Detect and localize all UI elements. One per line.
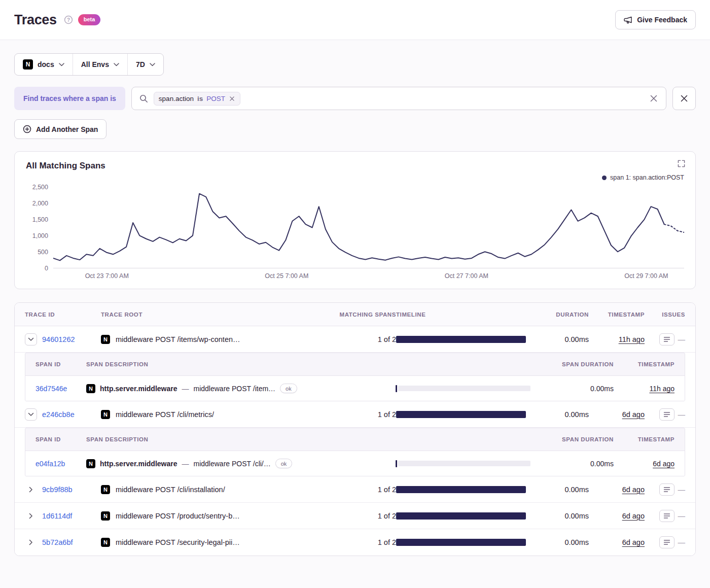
duration-value: 0.00ms <box>533 486 589 494</box>
trace-id-link[interactable]: e246cb8e <box>42 410 75 419</box>
search-filter-token[interactable]: span.action is POST <box>154 92 240 106</box>
issues-icon[interactable] <box>659 333 674 345</box>
project-logo-icon: N <box>101 485 110 494</box>
table-header-row: TRACE ID TRACE ROOT MATCHING SPANS TIMEL… <box>15 303 695 326</box>
sub-col-header-timestamp: TIMESTAMP <box>614 436 674 442</box>
project-logo-icon: N <box>23 59 33 70</box>
timestamp-value[interactable]: 6d ago <box>622 486 645 494</box>
timestamp-value[interactable]: 11h ago <box>619 335 645 343</box>
separator-dash: — <box>182 385 189 393</box>
timestamp-value[interactable]: 6d ago <box>622 410 645 419</box>
issues-count-dash: — <box>678 538 686 546</box>
sub-col-header-span-description: SPAN DESCRIPTION <box>86 436 396 442</box>
app-header: Traces ? beta Give Feedback <box>0 0 710 40</box>
issues-icon[interactable] <box>659 483 674 496</box>
issues-icon[interactable] <box>659 408 674 421</box>
give-feedback-button[interactable]: Give Feedback <box>615 10 696 29</box>
col-header-trace-id: TRACE ID <box>25 312 101 318</box>
span-timeline-track <box>398 386 530 391</box>
expand-chevron-button[interactable] <box>25 483 37 496</box>
span-desc-text: middleware POST /cli/… <box>194 460 271 468</box>
x-axis: Oct 23 7:00 AMOct 25 7:00 AMOct 27 7:00 … <box>53 268 684 283</box>
span-id-link[interactable]: e04fa12b <box>36 460 65 468</box>
project-filter-dropdown[interactable]: N docs <box>15 54 73 75</box>
date-range-dropdown[interactable]: 7D <box>127 54 163 75</box>
sub-col-header-span-duration: SPAN DURATION <box>538 361 614 367</box>
beta-badge: beta <box>78 14 101 25</box>
chevron-down-icon <box>150 63 155 66</box>
timeline-bar[interactable] <box>396 336 526 343</box>
timeline-bar[interactable] <box>396 486 526 493</box>
expand-chevron-button[interactable] <box>25 510 37 522</box>
sub-col-header-span-id: SPAN ID <box>36 436 86 442</box>
table-row[interactable]: e246cb8e N middleware POST /cli/metrics/… <box>15 401 695 428</box>
span-duration-value: 0.00ms <box>538 460 614 468</box>
span-subtable-header: SPAN ID SPAN DESCRIPTION SPAN DURATION T… <box>25 353 685 375</box>
span-timestamp-value[interactable]: 6d ago <box>653 460 674 468</box>
timeline-bar[interactable] <box>396 411 526 418</box>
trace-id-link[interactable]: 9cb9f88b <box>42 486 73 494</box>
timestamp-value[interactable]: 6d ago <box>622 512 645 520</box>
expand-chevron-button[interactable] <box>25 408 37 421</box>
issues-icon[interactable] <box>659 510 674 522</box>
page-title: Traces <box>14 12 57 28</box>
chart-area: 2,5002,0001,5001,0005000 <box>26 187 684 268</box>
table-row[interactable]: 9cb9f88b N middleware POST /cli/installa… <box>15 476 695 503</box>
span-timeline-track <box>398 461 530 466</box>
environment-filter-dropdown[interactable]: All Envs <box>73 54 127 75</box>
matching-spans-value: 1 of 2 <box>320 486 396 494</box>
timeline-bar[interactable] <box>396 512 526 520</box>
timeline-bar[interactable] <box>396 539 526 546</box>
sub-col-header-span-id: SPAN ID <box>36 361 86 367</box>
add-another-span-button[interactable]: Add Another Span <box>14 119 106 139</box>
page-filter-bar: N docs All Envs 7D <box>14 53 164 76</box>
trace-root-text: middleware POST /items/wp-conten… <box>116 335 240 343</box>
table-row[interactable]: 94601262 N middleware POST /items/wp-con… <box>15 326 695 353</box>
span-timestamp-value[interactable]: 11h ago <box>649 385 674 393</box>
col-header-timestamp: TIMESTAMP <box>589 312 645 318</box>
span-row[interactable]: e04fa12b N http.server.middleware — midd… <box>25 451 685 476</box>
chart-legend[interactable]: span 1: span.action:POST <box>602 174 684 181</box>
timestamp-value[interactable]: 6d ago <box>622 538 645 546</box>
duration-value: 0.00ms <box>533 512 589 520</box>
issues-count-dash: — <box>678 512 686 520</box>
trace-id-link[interactable]: 5b72a6bf <box>42 538 73 546</box>
span-search-input[interactable]: span.action is POST <box>131 87 666 110</box>
span-duration-value: 0.00ms <box>538 385 614 393</box>
expand-chevron-button[interactable] <box>25 333 37 345</box>
project-logo-icon: N <box>101 511 110 521</box>
trace-table-body: 94601262 N middleware POST /items/wp-con… <box>15 326 695 556</box>
project-filter-label: docs <box>38 60 54 68</box>
table-row[interactable]: 5b72a6bf N middleware POST /security-leg… <box>15 529 695 556</box>
environment-filter-label: All Envs <box>81 60 109 68</box>
trace-root-text: middleware POST /cli/installation/ <box>116 486 225 494</box>
span-id-link[interactable]: 36d7546e <box>36 385 67 393</box>
svg-text:?: ? <box>67 17 70 23</box>
y-axis: 2,5002,0001,5001,0005000 <box>26 187 53 268</box>
table-row[interactable]: 1d6114df N middleware POST /product/sent… <box>15 503 695 529</box>
legend-dot-icon <box>602 176 607 180</box>
project-logo-icon: N <box>86 459 95 468</box>
trace-root-text: middleware POST /security-legal-pii… <box>116 538 240 546</box>
x-axis-spacer <box>26 268 53 283</box>
trace-id-link[interactable]: 94601262 <box>42 335 75 343</box>
help-icon[interactable]: ? <box>64 15 73 24</box>
chevron-down-icon <box>114 63 119 66</box>
duration-value: 0.00ms <box>533 335 589 343</box>
sub-col-header-span-duration: SPAN DURATION <box>538 436 614 442</box>
close-icon <box>681 95 688 102</box>
date-range-label: 7D <box>136 60 145 68</box>
remove-span-filter-button[interactable] <box>672 87 696 110</box>
span-row[interactable]: 36d7546e N http.server.middleware — midd… <box>25 375 685 401</box>
issues-icon[interactable] <box>659 536 674 548</box>
expand-chevron-button[interactable] <box>25 536 37 548</box>
fullscreen-icon[interactable] <box>676 158 687 169</box>
trace-id-link[interactable]: 1d6114df <box>42 512 72 520</box>
project-logo-icon: N <box>101 335 110 344</box>
token-remove-icon[interactable] <box>229 95 235 102</box>
sub-col-header-timestamp: TIMESTAMP <box>614 361 674 367</box>
chart-title: All Matching Spans <box>26 161 684 171</box>
chart-plot[interactable] <box>53 187 684 268</box>
search-clear-icon[interactable] <box>649 94 658 103</box>
megaphone-icon <box>624 16 632 24</box>
